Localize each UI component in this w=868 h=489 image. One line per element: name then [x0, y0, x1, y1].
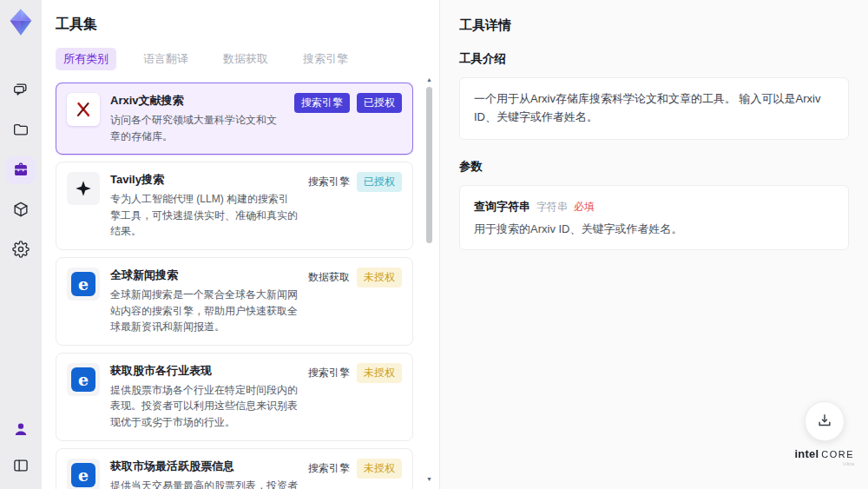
tab-搜索引擎[interactable]: 搜索引擎: [295, 48, 356, 70]
sidebar: [0, 0, 42, 489]
intel-core-logo: intelCORE Ultra: [794, 448, 854, 466]
intro-box: 一个用于从Arxiv存储库搜索科学论文和文章的工具。 输入可以是Arxiv ID…: [459, 77, 849, 140]
toolbox-icon: [12, 161, 30, 181]
scroll-down-icon[interactable]: ▼: [424, 476, 434, 483]
tool-description: 访问各个研究领域大量科学论文和文章的存储库。: [110, 112, 284, 144]
tool-name: Arxiv文献搜索: [110, 93, 284, 109]
category-tag: 搜索引擎: [308, 459, 350, 479]
param-required-badge: 必填: [574, 201, 595, 213]
tool-name: Tavily搜索: [110, 172, 298, 188]
scroll-up-icon[interactable]: ▲: [424, 76, 434, 83]
tool-card[interactable]: Arxiv文献搜索 访问各个研究领域大量科学论文和文章的存储库。 搜索引擎 已授…: [56, 83, 413, 155]
tab-数据获取[interactable]: 数据获取: [215, 48, 276, 70]
scrollbar-thumb[interactable]: [426, 87, 432, 243]
settings-icon: [12, 241, 30, 261]
scrollbar[interactable]: ▲ ▼: [424, 76, 434, 483]
sidebar-item-folder[interactable]: [6, 116, 36, 144]
category-tag: 搜索引擎: [308, 172, 350, 192]
parameter-row: 查询字符串字符串必填用于搜索的Arxiv ID、关键字或作者姓名。: [474, 198, 834, 237]
package-icon: [12, 201, 30, 221]
tool-list: Arxiv文献搜索 访问各个研究领域大量科学论文和文章的存储库。 搜索引擎 已授…: [56, 83, 413, 489]
auth-status-badge: 已授权: [357, 93, 402, 113]
tool-name: 获取股市各行业表现: [110, 363, 298, 379]
download-icon: [816, 412, 833, 432]
category-tag: 数据获取: [308, 268, 350, 287]
params-heading: 参数: [459, 159, 849, 175]
tool-description: 提供当天交易量最高的股票列表，投资者可以利用这些信息来识别流动性强的股票和潜在的…: [110, 478, 298, 489]
tool-name: 全球新闻搜索: [110, 268, 298, 283]
tool-card[interactable]: e 获取股市各行业表现 提供股票市场各个行业在特定时间段内的表现。投资者可以利用…: [56, 353, 413, 441]
auth-status-badge: 未授权: [357, 363, 402, 383]
sidebar-item-user[interactable]: [6, 416, 36, 444]
auth-status-badge: 未授权: [357, 459, 402, 479]
sidebar-item-panel-toggle[interactable]: [6, 453, 36, 480]
category-tag: 搜索引擎: [308, 363, 350, 383]
tool-list-pane: 工具集 所有类别语言翻译数据获取搜索引擎 Arxiv文献搜索 访问各个研究领域大…: [42, 0, 439, 489]
tool-card[interactable]: e 全球新闻搜索 全球新闻搜索是一个聚合全球各大新闻网站内容的搜索引擎，帮助用户…: [56, 257, 413, 346]
tool-card[interactable]: e 获取市场最活跃股票信息 提供当天交易量最高的股票列表，投资者可以利用这些信息…: [56, 448, 413, 489]
param-description: 用于搜索的Arxiv ID、关键字或作者姓名。: [474, 221, 834, 237]
param-name: 查询字符串: [474, 200, 530, 213]
app-logo[interactable]: [5, 7, 36, 38]
intro-heading: 工具介绍: [459, 51, 849, 67]
tab-所有类别[interactable]: 所有类别: [56, 48, 116, 70]
sidebar-item-package[interactable]: [6, 196, 36, 224]
tool-description: 专为人工智能代理 (LLM) 构建的搜索引擎工具，可快速提供实时、准确和真实的结…: [110, 191, 298, 240]
param-type: 字符串: [536, 201, 568, 213]
news-icon: e: [67, 268, 100, 301]
chat-icon: [12, 81, 30, 101]
params-box: 查询字符串字符串必填用于搜索的Arxiv ID、关键字或作者姓名。: [459, 185, 849, 250]
intel-core-sub: Ultra: [794, 461, 854, 466]
page-title: 工具集: [56, 16, 439, 34]
tool-name: 获取市场最活跃股票信息: [110, 459, 298, 474]
tool-card[interactable]: Tavily搜索 专为人工智能代理 (LLM) 构建的搜索引擎工具，可快速提供实…: [56, 162, 413, 250]
category-tabs: 所有类别语言翻译数据获取搜索引擎: [56, 48, 439, 70]
sidebar-nav: [6, 76, 36, 264]
sidebar-bottom: [6, 416, 36, 480]
news-icon: e: [67, 459, 100, 489]
auth-status-badge: 已授权: [357, 172, 402, 192]
tab-语言翻译[interactable]: 语言翻译: [135, 48, 196, 70]
detail-title: 工具详情: [459, 17, 849, 34]
auth-status-badge: 未授权: [357, 268, 402, 287]
download-button[interactable]: [805, 401, 845, 441]
app-window: 工具集 所有类别语言翻译数据获取搜索引擎 Arxiv文献搜索 访问各个研究领域大…: [0, 0, 868, 489]
tool-description: 提供股票市场各个行业在特定时间段内的表现。投资者可以利用这些信息来识别表现优于或…: [110, 382, 298, 431]
tavily-icon: [67, 172, 100, 205]
sidebar-item-toolbox[interactable]: [6, 156, 36, 184]
category-tag: 搜索引擎: [294, 93, 350, 113]
folder-icon: [12, 121, 30, 141]
arxiv-icon: [67, 93, 100, 126]
corner-widgets: intelCORE Ultra: [794, 401, 854, 466]
tool-description: 全球新闻搜索是一个聚合全球各大新闻网站内容的搜索引擎，帮助用户快速获取全球最新资…: [110, 287, 298, 335]
panel-toggle-icon: [12, 457, 30, 477]
intro-text: 一个用于从Arxiv存储库搜索科学论文和文章的工具。 输入可以是Arxiv ID…: [474, 90, 834, 127]
sidebar-item-settings[interactable]: [6, 236, 36, 264]
user-icon: [12, 420, 30, 440]
news-icon: e: [67, 363, 100, 396]
sidebar-item-chat[interactable]: [6, 76, 36, 104]
